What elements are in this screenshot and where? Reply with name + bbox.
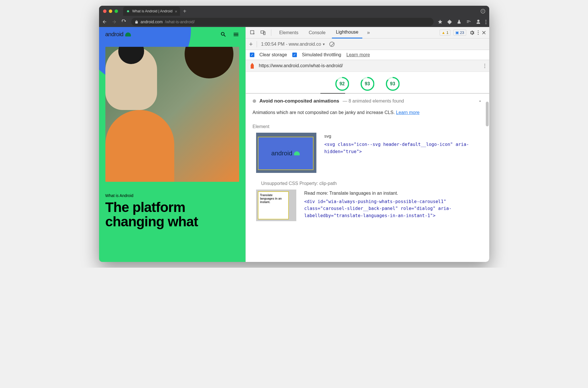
warnings-badge[interactable]: ▲1 — [440, 30, 450, 36]
minimize-window-button[interactable] — [109, 9, 112, 13]
window-controls — [103, 9, 118, 13]
divider — [257, 41, 257, 47]
tab-strip: What is Android | Android × + — [123, 7, 481, 16]
forward-button[interactable] — [112, 19, 117, 24]
android-logo[interactable]: android — [105, 31, 131, 38]
android-favicon-icon — [126, 9, 130, 13]
chevron-up-icon[interactable] — [478, 99, 482, 103]
labs-icon[interactable] — [457, 19, 461, 24]
settings-icon[interactable] — [469, 30, 475, 36]
score-gauge[interactable]: 93 — [361, 77, 374, 91]
audited-url: https://www.android.com/what-is-android/ — [259, 63, 343, 68]
content-area: android What is Android The platform cha… — [99, 27, 489, 262]
audit-detail: Avoid non-composited animations — 8 anim… — [246, 94, 489, 262]
tab-elements[interactable]: Elements — [275, 27, 303, 38]
unsupported-property-label: Unsupported CSS Property: clip-path — [261, 181, 482, 186]
close-devtools-button[interactable]: ✕ — [481, 29, 486, 36]
profile-icon[interactable] — [476, 19, 481, 24]
audit-subtitle: — 8 animated elements found — [343, 99, 404, 104]
svg-point-0 — [127, 11, 127, 11]
report-menu-button[interactable] — [484, 64, 485, 68]
tab-lighthouse[interactable]: Lighthouse — [332, 27, 362, 38]
audit-header[interactable]: Avoid non-composited animations — 8 anim… — [253, 98, 482, 104]
back-button[interactable] — [102, 19, 108, 24]
new-report-button[interactable]: + — [249, 40, 253, 48]
audit-title: Avoid non-composited animations — [260, 98, 339, 104]
audited-url-row: https://www.android.com/what-is-android/ — [246, 60, 489, 72]
report-dropdown-label: 1:00:54 PM - www.android.co — [261, 42, 321, 47]
search-icon[interactable] — [220, 31, 227, 38]
warnings-count: 1 — [446, 30, 448, 35]
person-illustration — [105, 47, 157, 110]
page-headline: The platform changing what — [105, 200, 239, 229]
address-bar: android.com/what-is-android/ — [99, 17, 489, 27]
devtools-menu-button[interactable] — [478, 30, 479, 35]
reading-list-icon[interactable] — [466, 20, 471, 24]
score-gauge[interactable]: 93 — [386, 77, 400, 91]
chrome-menu-button[interactable] — [486, 20, 486, 24]
audit-element-row: android svg <svg class="icon--svg header… — [256, 133, 482, 173]
maximize-window-button[interactable] — [115, 9, 118, 13]
close-tab-button[interactable]: × — [175, 9, 177, 14]
report-dropdown[interactable]: 1:00:54 PM - www.android.co ▼ — [261, 42, 325, 47]
throttling-checkbox[interactable]: ✓ — [292, 53, 297, 57]
account-menu-icon[interactable] — [481, 9, 485, 13]
score-value: 92 — [340, 81, 345, 86]
element-code: svg <svg class="icon--svg header-default… — [324, 133, 482, 173]
clear-storage-checkbox[interactable]: ✓ — [250, 53, 254, 57]
element-thumbnail: android — [256, 133, 316, 173]
extensions-icon[interactable] — [447, 20, 452, 24]
learn-more-link[interactable]: Learn more — [347, 52, 370, 57]
lighthouse-toolbar: + 1:00:54 PM - www.android.co ▼ — [246, 38, 489, 50]
audit-desc-text: Animations which are not composited can … — [253, 110, 396, 115]
browser-tab[interactable]: What is Android | Android × — [123, 7, 180, 16]
bugdroid-icon — [125, 32, 131, 36]
rendered-page: android What is Android The platform cha… — [99, 27, 245, 262]
element-column-label: Element — [253, 124, 482, 129]
throttling-label: Simulated throttling — [302, 52, 341, 57]
element-markup[interactable]: <svg class="icon--svg header-default__lo… — [324, 141, 482, 155]
messages-count: 23 — [460, 30, 464, 35]
audit-description: Animations which are not composited can … — [253, 109, 482, 116]
clear-button-icon[interactable] — [329, 42, 334, 47]
score-gauges: 92 93 93 — [246, 72, 489, 94]
site-header: android — [99, 27, 245, 42]
caret-down-icon: ▼ — [322, 43, 325, 46]
score-gauge[interactable]: 92 — [335, 77, 349, 91]
browser-window: What is Android | Android × + android.co… — [99, 6, 489, 262]
header-actions — [220, 31, 239, 38]
element-code: Read more: Translate languages in an ins… — [304, 190, 482, 221]
device-toolbar-icon[interactable] — [259, 29, 267, 37]
titlebar: What is Android | Android × + — [99, 6, 489, 17]
lighthouse-icon — [250, 63, 255, 69]
tab-title: What is Android | Android — [132, 9, 173, 13]
score-value: 93 — [365, 81, 370, 86]
svg-rect-2 — [250, 30, 254, 34]
score-value: 93 — [390, 81, 395, 86]
element-readmore: Read more: Translate languages in an ins… — [304, 190, 482, 197]
audit-element-row: Translate languages in an instant. Read … — [256, 190, 482, 221]
bugdroid-icon — [294, 151, 300, 155]
close-window-button[interactable] — [103, 9, 107, 13]
new-tab-button[interactable]: + — [183, 8, 186, 15]
star-icon[interactable] — [438, 19, 443, 24]
tab-console[interactable]: Console — [305, 27, 330, 38]
url-host: android.com — [141, 20, 163, 24]
audit-status-icon — [253, 99, 256, 103]
learn-more-link[interactable]: Learn more — [396, 110, 419, 115]
messages-badge[interactable]: ▣23 — [453, 30, 466, 36]
thumb-text: instant. — [260, 200, 287, 204]
scrollbar-thumb[interactable] — [486, 102, 489, 126]
devtools-panel: Elements Console Lighthouse » ▲1 ▣23 ✕ +… — [245, 27, 489, 262]
lock-icon — [135, 20, 138, 24]
inspect-element-icon[interactable] — [249, 29, 257, 37]
element-markup[interactable]: <div id="wia-always-pushing-whats-possib… — [304, 198, 482, 219]
person-illustration — [105, 110, 174, 182]
svg-point-1 — [128, 11, 129, 11]
menu-icon[interactable] — [233, 31, 239, 38]
url-box[interactable]: android.com/what-is-android/ — [131, 18, 434, 26]
tab-overflow-button[interactable]: » — [365, 30, 372, 36]
reload-button[interactable] — [121, 20, 127, 24]
devtools-tabbar: Elements Console Lighthouse » ▲1 ▣23 ✕ — [246, 27, 489, 38]
toolbar-actions — [438, 19, 486, 24]
